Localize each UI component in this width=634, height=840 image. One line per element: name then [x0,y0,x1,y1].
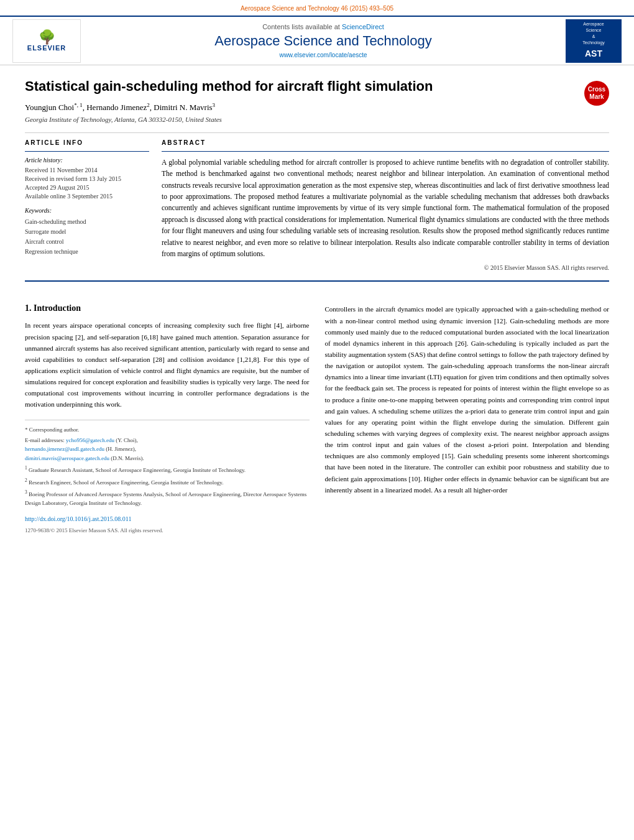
article-container: CrossMark Statistical gain-scheduling me… [0,65,634,303]
article-info-column: ARTICLE INFO Article history: Received 1… [25,139,149,272]
journal-name-header: Aerospace Science and Technology [93,33,553,49]
footnote-emails: E-mail addresses: ycho956@gatech.edu (Y.… [25,436,310,463]
elsevier-tree-icon: 🌳 [39,30,55,44]
email-link-1[interactable]: ycho956@gatech.edu [66,437,114,443]
received-revised-date: Received in revised form 13 July 2015 [25,175,149,182]
affiliation: Georgia Institute of Technology, Atlanta… [25,116,609,123]
received-date: Received 11 November 2014 [25,167,149,173]
journal-logo-box: Aerospace Science & Technology AST [566,19,622,63]
journal-center-info: Contents lists available at ScienceDirec… [81,17,566,65]
keyword-1: Gain-scheduling method [25,217,149,227]
science-direct-text: Contents lists available at ScienceDirec… [93,23,553,30]
body-two-col: 1. Introduction In recent years airspace… [25,303,609,535]
journal-header: Aerospace Science and Technology 46 (201… [0,0,634,65]
elsevier-logo: 🌳 ELSEVIER [12,19,81,63]
footnote-2: 2 Research Engineer, School of Aerospace… [25,477,310,487]
divider-thick [25,280,609,282]
abstract-column: ABSTRACT A global polynomial variable sc… [162,139,609,272]
footnote-1: 1 Graduate Research Assistant, School of… [25,464,310,474]
divider-1 [25,132,609,133]
authors-line: Youngjun Choi*, 1, Hernando Jimenez2, Di… [25,102,609,113]
journal-volume-info: Aerospace Science and Technology 46 (201… [241,5,393,12]
available-date: Available online 3 September 2015 [25,193,149,200]
crossmark-badge: CrossMark [584,81,609,106]
article-title: Statistical gain-scheduling method for a… [25,78,609,96]
email-link-2[interactable]: hernando.jimenez@asdl.gatech.edu [25,446,104,452]
body-left-col: 1. Introduction In recent years airspace… [25,303,310,535]
author-choi: Youngjun Choi [25,103,74,112]
journal-top-row: 🌳 ELSEVIER Contents lists available at S… [0,16,634,65]
intro-paragraph-1: In recent years airspace operational con… [25,320,310,410]
article-history-label: Article history: [25,157,149,164]
footnote-corresponding: * Corresponding author. [25,425,310,434]
science-direct-link[interactable]: ScienceDirect [342,23,384,30]
keywords-label: Keywords: [25,207,149,214]
intro-section-title: 1. Introduction [25,303,310,313]
title-row: CrossMark Statistical gain-scheduling me… [25,78,609,96]
article-info-label: ARTICLE INFO [25,139,149,146]
copyright-line: © 2015 Elsevier Masson SAS. All rights r… [162,264,609,271]
body-container: 1. Introduction In recent years airspace… [0,303,634,535]
email-link-3[interactable]: dimitri.mavris@aerospace.gatech.edu [25,455,109,461]
footnotes-section: * Corresponding author. E-mail addresses… [25,420,310,535]
journal-url: www.elsevier.com/locate/aescte [93,52,553,58]
footnote-3: 3 Boeing Professor of Advanced Aerospace… [25,489,310,508]
intro-paragraph-2: Controllers in the aircraft dynamics mod… [325,303,610,495]
issn-copyright: 1270-9638/© 2015 Elsevier Masson SAS. Al… [25,526,310,535]
body-right-col: Controllers in the aircraft dynamics mod… [325,303,610,535]
article-info-abstract: ARTICLE INFO Article history: Received 1… [25,139,609,272]
keyword-3: Aircraft control [25,237,149,247]
author-jimenez: Hernando Jimenez [86,103,147,112]
abstract-text: A global polynomial variable scheduling … [162,157,609,260]
elsevier-brand: ELSEVIER [27,44,66,52]
keyword-2: Surrogate model [25,227,149,237]
accepted-date: Accepted 29 August 2015 [25,184,149,191]
doi-link[interactable]: http://dx.doi.org/10.1016/j.ast.2015.08.… [25,514,310,524]
logo-box-text: Aerospace Science & Technology AST [582,21,604,60]
journal-top-bar: Aerospace Science and Technology 46 (201… [0,5,634,12]
keyword-4: Regression technique [25,247,149,257]
author-mavris: Dimitri N. Mavris [154,103,212,112]
abstract-label: ABSTRACT [162,139,609,146]
